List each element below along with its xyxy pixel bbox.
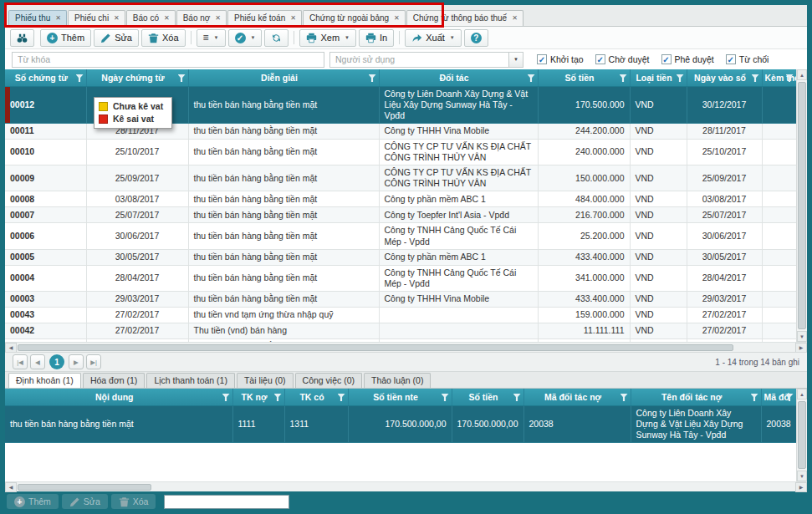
filter-icon[interactable] xyxy=(513,394,521,401)
view-dropdown-button[interactable]: Xem ▼ xyxy=(299,29,356,47)
detail-tab[interactable]: Tài liệu (0) xyxy=(237,373,294,388)
scrollbar-thumb[interactable] xyxy=(798,82,806,329)
export-dropdown-button[interactable]: Xuất ▼ xyxy=(405,29,462,47)
column-header[interactable]: Số tiền xyxy=(452,389,523,405)
prev-page-button[interactable]: ◀ xyxy=(30,354,45,369)
main-horizontal-scrollbar[interactable]: ◀ ▶ xyxy=(5,342,807,352)
print-button[interactable]: In xyxy=(359,29,394,47)
table-row[interactable]: 0004327/02/2017thu tiền vnd tạm ứng thừa… xyxy=(5,307,796,323)
column-header[interactable]: Tên đối tác nợ xyxy=(631,389,761,405)
tab-close-icon[interactable]: ✕ xyxy=(164,14,170,22)
detail-tab[interactable]: Lịch thanh toán (1) xyxy=(146,373,235,388)
table-row[interactable]: thu tiền bán hàng bằng tiền mặt111113111… xyxy=(5,405,796,442)
table-row[interactable]: 0000530/05/2017thu tiền bán hàng bằng ti… xyxy=(5,249,796,265)
document-tab[interactable]: Phiếu chi✕ xyxy=(68,10,125,26)
column-header[interactable]: Nội dung xyxy=(5,389,232,405)
table-row[interactable]: 0000329/03/2017thu tiền bán hàng bằng ti… xyxy=(5,291,796,307)
document-tab[interactable]: Phiếu thu✕ xyxy=(8,10,67,26)
document-tab[interactable]: Chứng từ thông báo thuế✕ xyxy=(406,10,523,26)
tab-close-icon[interactable]: ✕ xyxy=(55,14,61,22)
combobox-dropdown-icon[interactable]: ▼ xyxy=(508,53,523,67)
next-page-button[interactable]: ▶ xyxy=(69,354,84,369)
column-header[interactable]: TK nợ xyxy=(232,389,284,405)
scroll-right-icon[interactable]: ▶ xyxy=(795,343,807,353)
column-header[interactable]: Số tiền xyxy=(538,69,630,86)
detail-tab[interactable]: Hóa đơn (1) xyxy=(83,373,146,388)
keyword-input[interactable] xyxy=(12,52,324,68)
filter-icon[interactable] xyxy=(620,74,627,82)
help-button[interactable]: ? xyxy=(464,29,488,47)
column-header[interactable]: Mã đối tác nợ xyxy=(523,389,631,405)
filter-icon[interactable] xyxy=(528,74,535,82)
current-page-button[interactable]: 1 xyxy=(49,354,64,369)
tab-close-icon[interactable]: ✕ xyxy=(394,14,400,22)
scrollbar-thumb[interactable] xyxy=(18,344,733,351)
column-header[interactable]: Ngày vào sổ xyxy=(687,69,762,86)
user-combobox[interactable]: Người sử dụng ▼ xyxy=(329,52,523,68)
footer-add-button[interactable]: + Thêm xyxy=(7,494,59,509)
filter-icon[interactable] xyxy=(442,394,449,401)
column-header[interactable]: Loại tiền xyxy=(630,69,687,86)
main-vertical-scrollbar[interactable]: ▲ ▼ xyxy=(796,69,807,342)
first-page-button[interactable]: |◀ xyxy=(13,354,28,369)
column-header[interactable]: Số tiền nte xyxy=(348,389,452,405)
filter-icon[interactable] xyxy=(338,394,345,401)
scrollbar-thumb[interactable] xyxy=(798,401,806,469)
scroll-down-icon[interactable]: ▼ xyxy=(797,331,807,342)
column-header[interactable]: Ngày chứng từ xyxy=(86,69,188,86)
document-tab[interactable]: Báo có✕ xyxy=(126,10,176,26)
add-button[interactable]: + Thêm xyxy=(40,29,91,47)
scroll-up-icon[interactable]: ▲ xyxy=(797,389,807,399)
filter-icon[interactable] xyxy=(677,74,684,82)
column-header[interactable]: Mã đố xyxy=(761,389,796,405)
table-row[interactable]: 0000725/07/2017thu tiền bán hàng bằng ti… xyxy=(5,207,796,223)
table-row[interactable]: 0000925/09/2017thu tiền bán hàng bằng ti… xyxy=(5,165,796,191)
refresh-button[interactable] xyxy=(264,29,289,47)
scroll-right-icon[interactable]: ▶ xyxy=(795,482,807,492)
status-checkbox[interactable]: ✓Chờ duyệt xyxy=(595,54,650,64)
table-row[interactable]: 0001025/10/2017thu tiền bán hàng bằng ti… xyxy=(5,139,796,165)
detail-tab[interactable]: Thảo luận (0) xyxy=(364,373,431,388)
scroll-down-icon[interactable]: ▼ xyxy=(797,471,807,481)
find-button[interactable] xyxy=(10,29,34,47)
detail-vertical-scrollbar[interactable]: ▲ ▼ xyxy=(796,389,807,481)
tab-close-icon[interactable]: ✕ xyxy=(114,14,120,22)
detail-tab[interactable]: Công việc (0) xyxy=(295,373,362,388)
document-tab[interactable]: Báo nợ✕ xyxy=(176,10,227,26)
tab-close-icon[interactable]: ✕ xyxy=(290,14,296,22)
scroll-left-icon[interactable]: ◀ xyxy=(5,343,17,353)
filter-icon[interactable] xyxy=(620,394,628,401)
filter-icon[interactable] xyxy=(752,74,759,82)
scrollbar-thumb[interactable] xyxy=(18,484,151,491)
filter-icon[interactable] xyxy=(222,394,230,401)
footer-input[interactable] xyxy=(164,495,289,509)
approve-dropdown-button[interactable]: ✓ ▼ xyxy=(228,29,263,47)
table-row[interactable]: 0000803/08/2017thu tiền bán hàng bằng ti… xyxy=(5,191,796,207)
tab-close-icon[interactable]: ✕ xyxy=(215,14,221,22)
filter-icon[interactable] xyxy=(178,74,186,82)
edit-button[interactable]: Sửa xyxy=(94,29,139,47)
column-header[interactable]: Số chứng từ xyxy=(5,69,86,86)
column-header[interactable]: Đối tác xyxy=(379,69,538,86)
column-header[interactable]: TK có xyxy=(284,389,348,405)
status-checkbox[interactable]: ✓Từ chối xyxy=(726,54,769,64)
table-row[interactable]: 0000630/06/2017thu tiền bán hàng bằng ti… xyxy=(5,223,796,249)
scroll-left-icon[interactable]: ◀ xyxy=(5,482,17,492)
menu-dropdown-button[interactable]: ≡ ▼ xyxy=(197,29,226,47)
tab-close-icon[interactable]: ✕ xyxy=(512,14,518,22)
delete-button[interactable]: Xóa xyxy=(141,29,186,47)
document-tab[interactable]: Phiếu kế toán✕ xyxy=(227,10,302,26)
table-row[interactable]: 0004227/02/2017Thu tiền (vnd) bán hàng11… xyxy=(5,323,796,338)
detail-tab[interactable]: Định khoản (1) xyxy=(8,373,81,388)
filter-icon[interactable] xyxy=(751,394,758,401)
column-header[interactable]: Kèm the xyxy=(762,69,796,86)
status-checkbox[interactable]: ✓Khởi tạo xyxy=(537,54,584,64)
filter-icon[interactable] xyxy=(76,74,84,82)
status-checkbox[interactable]: ✓Phê duyệt xyxy=(661,54,714,64)
scroll-up-icon[interactable]: ▲ xyxy=(797,69,807,80)
table-row[interactable]: 0000428/04/2017thu tiền bán hàng bằng ti… xyxy=(5,265,796,291)
footer-edit-button[interactable]: Sửa xyxy=(62,494,108,509)
last-page-button[interactable]: ▶| xyxy=(86,354,101,369)
filter-icon[interactable] xyxy=(274,394,282,401)
column-header[interactable]: Diễn giải xyxy=(188,69,379,86)
